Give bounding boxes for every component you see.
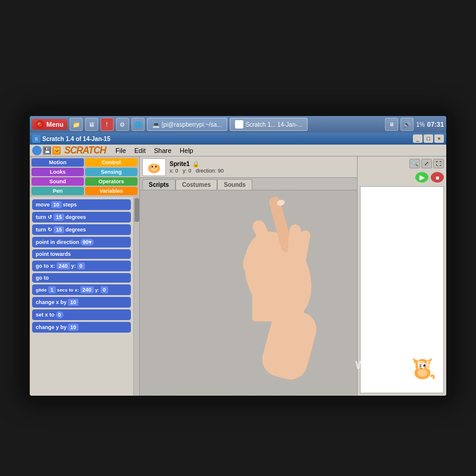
block-go-to-xy[interactable]: go to x: 240 y: 0 <box>32 261 131 271</box>
stage-zoom-icon[interactable]: 🔍 <box>409 159 420 168</box>
sprite-name-area: Sprite1 🔒 x: 0 y: 0 drection: 90 <box>170 161 224 174</box>
svg-point-13 <box>419 364 422 367</box>
stage-expand-icon[interactable]: ⤢ <box>421 159 432 168</box>
menu-share[interactable]: Share <box>151 147 175 154</box>
stop-button[interactable]: ■ <box>431 172 444 183</box>
category-sound[interactable]: Sound <box>32 177 84 186</box>
tab-scripts[interactable]: Scripts <box>142 179 176 190</box>
svg-point-4 <box>152 166 154 168</box>
sprite-lock-icon: 🔒 <box>192 161 199 167</box>
screen: 🍓 Menu 📁 🖥 ! ⚙ 🌐 💻 [pi@raspberrypi:~/sa.… <box>30 116 446 396</box>
menu-edit[interactable]: Edit <box>131 147 149 154</box>
clock: 07:31 <box>427 121 444 128</box>
taskbar-settings[interactable]: ⚙ <box>116 118 129 131</box>
category-sensing[interactable]: Sensing <box>85 168 137 176</box>
category-variables[interactable]: Variables <box>85 187 137 195</box>
scratch-cat-icon: 🐱 <box>52 146 61 155</box>
tab-costumes[interactable]: Costumes <box>176 179 217 190</box>
svg-point-16 <box>418 369 428 377</box>
scripts-canvas[interactable] <box>140 190 357 396</box>
menu-label: Menu <box>46 121 64 128</box>
stage-cat-sprite <box>408 354 437 384</box>
category-looks[interactable]: Looks <box>32 168 84 176</box>
category-pen[interactable]: Pen <box>32 187 84 195</box>
scripts-panel: Sprite1 🔒 x: 0 y: 0 drection: 90 Scripts… <box>140 156 357 396</box>
block-point-towards[interactable]: point towards <box>32 249 131 259</box>
scratch-menubar: 💾 🐱 SCRATCH File Edit Share Help <box>30 145 446 156</box>
svg-point-15 <box>421 367 424 368</box>
raspberry-icon: 🍓 <box>36 120 44 129</box>
monitor: 🍓 Menu 📁 🖥 ! ⚙ 🌐 💻 [pi@raspberrypi:~/sa.… <box>24 110 452 402</box>
blocks-list: move 10 steps turn ↺ 15 degrees turn ↻ 1… <box>30 197 133 396</box>
taskbar-network[interactable]: 🌐 <box>131 118 145 131</box>
block-turn-right[interactable]: turn ↻ 15 degrees <box>32 224 131 235</box>
blocks-list-container: move 10 steps turn ↺ 15 degrees turn ↻ 1… <box>30 197 139 396</box>
block-change-x[interactable]: change x by 10 <box>32 297 131 308</box>
blocks-panel: Motion Control Looks Sensing Sound Opera… <box>30 156 140 396</box>
blocks-scrollbar[interactable] <box>133 197 139 396</box>
block-go-to[interactable]: go to <box>32 273 131 283</box>
taskbar-warning[interactable]: ! <box>101 118 114 131</box>
block-set-x[interactable]: set x to 0 <box>32 309 131 320</box>
taskbar-scratch-window[interactable]: S Scratch 1... 14-Jan-... <box>230 118 308 131</box>
scratch-window: S Scratch 1.4 of 14-Jan-15 _ □ × 💾 🐱 SCR… <box>30 133 446 396</box>
scratch-save-icon: 💾 <box>43 146 51 155</box>
stage-fullscreen-icon[interactable]: ⛶ <box>433 159 444 168</box>
sprite-coords: x: 0 y: 0 drection: 90 <box>170 168 224 174</box>
stage-panel: 🔍 ⤢ ⛶ ▶ ■ <box>357 156 446 396</box>
taskbar: 🍓 Menu 📁 🖥 ! ⚙ 🌐 💻 [pi@raspberrypi:~/sa.… <box>30 116 446 133</box>
taskbar-file-manager[interactable]: 📁 <box>70 118 83 131</box>
block-glide[interactable]: glide 1 secs to x: 240 y: 0 <box>32 284 131 295</box>
taskbar-terminal-window[interactable]: 💻 [pi@raspberrypi:~/sa... <box>147 118 227 131</box>
taskbar-display-settings[interactable]: 🖥 <box>385 118 398 131</box>
maximize-button[interactable]: □ <box>424 134 433 143</box>
scratch-titlebar: S Scratch 1.4 of 14-Jan-15 _ □ × <box>30 133 446 145</box>
svg-point-14 <box>423 364 425 367</box>
close-button[interactable]: × <box>434 134 444 143</box>
sprite-name-row: Sprite1 🔒 <box>170 161 224 167</box>
terminal-icon: 💻 <box>152 121 159 128</box>
taskbar-display[interactable]: 🖥 <box>85 118 98 131</box>
block-change-y[interactable]: change y by 10 <box>32 322 131 333</box>
scratch-window-title: Scratch 1.4 of 14-Jan-15 <box>42 136 411 142</box>
minimize-button[interactable]: _ <box>413 134 422 143</box>
stage-canvas <box>360 186 444 393</box>
category-control[interactable]: Control <box>85 158 137 167</box>
go-button[interactable]: ▶ <box>415 172 428 183</box>
block-turn-left[interactable]: turn ↺ 15 degrees <box>32 212 131 223</box>
svg-point-5 <box>155 166 157 168</box>
scratch-window-icon: S <box>32 134 40 143</box>
taskbar-menu-button[interactable]: 🍓 Menu <box>32 119 67 130</box>
scrollbar-thumb[interactable] <box>134 198 139 222</box>
tab-sounds[interactable]: Sounds <box>217 179 252 190</box>
taskbar-audio[interactable]: 🔊 <box>400 118 414 131</box>
stage-toolbar: 🔍 ⤢ ⛶ <box>358 156 446 171</box>
block-move-steps[interactable]: move 10 steps <box>32 199 131 210</box>
category-motion[interactable]: Motion <box>32 158 84 167</box>
scripts-tabs: Scripts Costumes Sounds <box>140 178 357 190</box>
scratch-taskbar-icon: S <box>235 120 243 129</box>
category-operators[interactable]: Operators <box>85 177 137 186</box>
globe-icon <box>32 146 42 155</box>
sprite-cat-image <box>145 159 163 174</box>
scratch-main-content: Motion Control Looks Sensing Sound Opera… <box>30 156 446 396</box>
scratch-logo: 💾 🐱 SCRATCH <box>32 145 106 156</box>
sprite-thumbnail <box>142 158 166 176</box>
menu-file[interactable]: File <box>112 147 130 154</box>
window-control-buttons: _ □ × <box>413 134 444 143</box>
svg-point-6 <box>153 168 155 169</box>
scratch-taskbar-label: Scratch 1... 14-Jan-... <box>246 121 303 128</box>
taskbar-right-area: 🖥 🔊 1% 07:31 <box>385 118 444 131</box>
block-point-direction[interactable]: point in direction 90▾ <box>32 237 131 248</box>
stage-controls: ▶ ■ <box>358 171 446 184</box>
menu-help[interactable]: Help <box>176 147 197 154</box>
terminal-label: [pi@raspberrypi:~/sa... <box>162 121 222 128</box>
sprite-name: Sprite1 <box>170 161 190 167</box>
scratch-logo-text: SCRATCH <box>64 145 106 156</box>
category-buttons: Motion Control Looks Sensing Sound Opera… <box>30 156 139 197</box>
battery-indicator: 1% <box>416 121 424 128</box>
sprite-header: Sprite1 🔒 x: 0 y: 0 drection: 90 <box>140 156 357 178</box>
